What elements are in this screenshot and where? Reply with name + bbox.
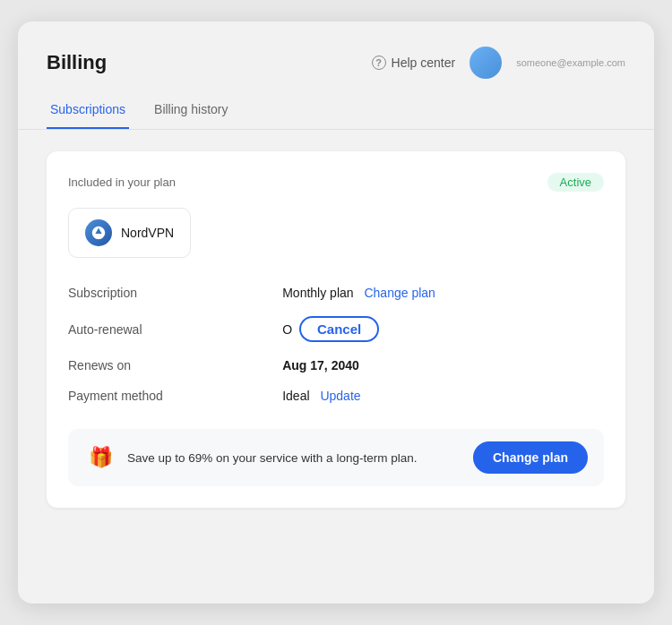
cancel-button[interactable]: Cancel: [299, 316, 379, 342]
renews-on-value: Aug 17, 2040: [282, 358, 359, 372]
change-plan-link[interactable]: Change plan: [364, 286, 435, 300]
billing-window: Billing ? Help center someone@example.co…: [18, 21, 654, 604]
details-table: Subscription Monthly plan Change plan Au…: [68, 278, 604, 411]
status-badge: Active: [547, 173, 604, 192]
user-email: someone@example.com: [516, 57, 625, 68]
row-value: Monthly plan Change plan: [282, 278, 604, 308]
promo-left: 🎁 Save up to 69% on your service with a …: [84, 441, 417, 474]
table-row: Renews on Aug 17, 2040: [68, 350, 604, 381]
row-label: Subscription: [68, 278, 282, 308]
nordvpn-icon: [85, 219, 112, 246]
change-plan-button[interactable]: Change plan: [473, 441, 588, 474]
table-row: Auto-renewal O Cancel: [68, 308, 604, 350]
row-value: O Cancel: [282, 308, 604, 350]
promo-bar: 🎁 Save up to 69% on your service with a …: [68, 429, 604, 486]
help-icon: ?: [372, 56, 386, 70]
tab-billing-history[interactable]: Billing history: [151, 93, 231, 129]
row-label: Renews on: [68, 350, 282, 381]
row-label: Payment method: [68, 381, 282, 411]
avatar[interactable]: [470, 47, 502, 79]
header-right: ? Help center someone@example.com: [372, 47, 625, 79]
help-center-label: Help center: [392, 56, 456, 70]
service-box: NordVPN: [68, 208, 191, 258]
update-link[interactable]: Update: [320, 389, 360, 403]
subscription-card: Included in your plan Active NordVPN Sub…: [47, 151, 625, 508]
header: Billing ? Help center someone@example.co…: [18, 21, 654, 93]
table-row: Payment method Ideal Update: [68, 381, 604, 411]
main-content: Included in your plan Active NordVPN Sub…: [18, 130, 654, 536]
promo-text: Save up to 69% on your service with a lo…: [127, 451, 417, 465]
tab-bar: Subscriptions Billing history: [18, 93, 654, 130]
service-name: NordVPN: [121, 226, 174, 240]
card-header: Included in your plan Active: [68, 173, 604, 192]
included-label: Included in your plan: [68, 176, 176, 189]
row-value: Aug 17, 2040: [282, 350, 604, 381]
row-value: Ideal Update: [282, 381, 604, 411]
row-label: Auto-renewal: [68, 308, 282, 350]
help-center-link[interactable]: ? Help center: [372, 56, 456, 70]
table-row: Subscription Monthly plan Change plan: [68, 278, 604, 308]
promo-icon: 🎁: [84, 441, 116, 474]
page-title: Billing: [47, 51, 107, 74]
tab-subscriptions[interactable]: Subscriptions: [47, 93, 129, 129]
